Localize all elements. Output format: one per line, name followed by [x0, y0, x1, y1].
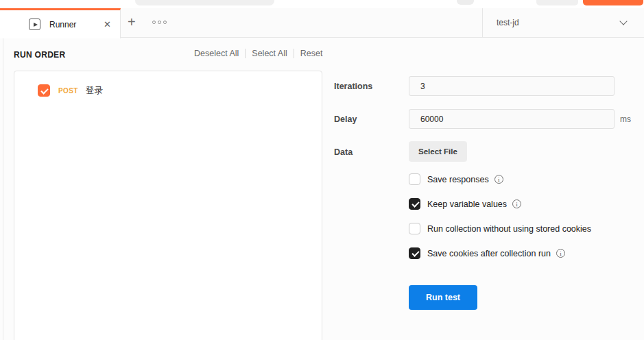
toolbar-gray-button[interactable]: [536, 0, 578, 5]
toolbar-orange-button[interactable]: [583, 0, 643, 5]
tab-runner[interactable]: Runner ✕: [0, 8, 121, 38]
divider: [245, 49, 246, 58]
run-test-button[interactable]: Run test: [409, 285, 477, 310]
iterations-input[interactable]: [409, 76, 615, 96]
tab-label: Runner: [49, 20, 76, 29]
top-toolbar: [0, 0, 644, 8]
request-name: 登录: [86, 85, 103, 97]
option-run-without-cookies[interactable]: Run collection without using stored cook…: [409, 223, 591, 234]
delay-input[interactable]: [409, 109, 615, 129]
option-save-responses[interactable]: Save responses i: [409, 173, 503, 185]
run-without-cookies-checkbox[interactable]: [409, 223, 420, 234]
save-responses-checkbox[interactable]: [409, 173, 420, 185]
option-label: Save cookies after collection run: [427, 249, 551, 258]
select-file-button[interactable]: Select File: [409, 141, 467, 162]
info-icon[interactable]: i: [512, 199, 521, 208]
search-bar[interactable]: [135, 0, 274, 5]
environment-selector[interactable]: test-jd: [482, 8, 644, 37]
tab-bar: Runner ✕ + test-jd: [0, 8, 644, 38]
environment-value: test-jd: [497, 18, 519, 27]
keep-variable-values-checkbox[interactable]: [409, 198, 420, 210]
option-save-cookies[interactable]: Save cookies after collection run i: [409, 247, 565, 259]
runner-content: RUN ORDER Deselect All Select All Reset …: [0, 38, 644, 340]
runner-icon: [29, 19, 40, 30]
iterations-label: Iterations: [334, 82, 372, 91]
pane-divider: [3, 38, 3, 340]
delay-unit: ms: [620, 114, 631, 124]
save-cookies-checkbox[interactable]: [409, 247, 420, 259]
option-keep-variable-values[interactable]: Keep variable values i: [409, 198, 521, 210]
data-label: Data: [334, 147, 353, 157]
info-icon[interactable]: i: [556, 249, 565, 258]
toolbar-pill[interactable]: [457, 0, 474, 5]
method-badge: POST: [58, 87, 78, 95]
option-label: Save responses: [427, 175, 489, 184]
chevron-down-icon: [619, 17, 627, 25]
divider: [294, 49, 294, 58]
run-order-panel: POST 登录: [14, 71, 322, 340]
option-label: Keep variable values: [427, 199, 507, 209]
run-order-actions: Deselect All Select All Reset: [194, 49, 322, 58]
new-tab-button[interactable]: +: [128, 14, 136, 30]
select-all-button[interactable]: Select All: [252, 49, 287, 58]
item-checkbox[interactable]: [38, 84, 50, 97]
run-order-item[interactable]: POST 登录: [14, 71, 322, 97]
info-icon[interactable]: i: [494, 175, 503, 184]
close-icon[interactable]: ✕: [104, 20, 111, 29]
more-options-icon[interactable]: [152, 21, 167, 24]
deselect-all-button[interactable]: Deselect All: [194, 49, 239, 58]
reset-button[interactable]: Reset: [300, 49, 323, 58]
delay-label: Delay: [334, 114, 357, 124]
run-order-title: RUN ORDER: [14, 50, 65, 60]
option-label: Run collection without using stored cook…: [427, 224, 591, 234]
